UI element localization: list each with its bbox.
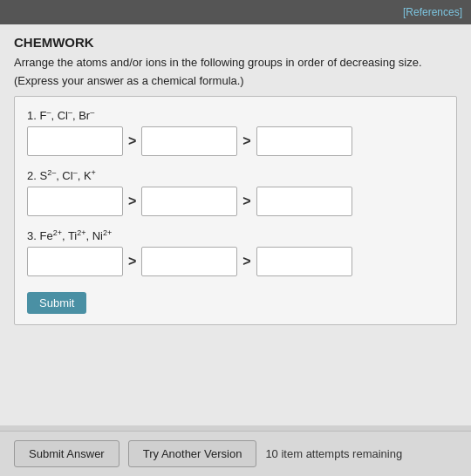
instructions: Arrange the atoms and/or ions in the fol… <box>14 55 457 71</box>
gt-symbol-1a: > <box>128 133 136 149</box>
gt-symbol-2a: > <box>128 194 136 209</box>
gt-symbol-1b: > <box>242 133 250 149</box>
question-row-3: 3. Fe2+, Ti2+, Ni2+ > > <box>27 228 444 276</box>
q2-input-1[interactable] <box>27 187 123 216</box>
q2-input-3[interactable] <box>256 187 352 216</box>
input-row-3: > > <box>27 247 444 276</box>
try-another-button[interactable]: Try Another Version <box>128 440 257 467</box>
submit-answer-button[interactable]: Submit Answer <box>14 440 119 467</box>
q3-input-1[interactable] <box>27 247 123 276</box>
q1-input-3[interactable] <box>256 126 352 156</box>
question-row-2: 2. S2–, Cl–, K+ > > <box>27 168 444 216</box>
question-label-2: 2. S2–, Cl–, K+ <box>27 168 444 182</box>
question-row-1: 1. F–, Cl–, Br– > > <box>27 107 444 155</box>
q2-input-2[interactable] <box>141 187 237 216</box>
submit-small-button[interactable]: Submit <box>27 292 86 314</box>
top-bar: [References] <box>0 0 471 24</box>
q1-input-1[interactable] <box>27 126 123 156</box>
q3-input-3[interactable] <box>256 247 352 276</box>
chemwork-title: CHEMWORK <box>14 35 457 50</box>
q3-input-2[interactable] <box>141 247 237 276</box>
express-note: (Express your answer as a chemical formu… <box>14 74 457 87</box>
gt-symbol-3a: > <box>128 254 136 269</box>
bottom-bar: Submit Answer Try Another Version 10 ite… <box>0 431 471 476</box>
gt-symbol-3b: > <box>242 254 250 269</box>
question-label-1: 1. F–, Cl–, Br– <box>27 107 444 121</box>
question-box: 1. F–, Cl–, Br– > > 2. S2–, Cl–, K+ > > <box>14 96 457 325</box>
gt-symbol-2b: > <box>242 194 250 209</box>
question-label-3: 3. Fe2+, Ti2+, Ni2+ <box>27 228 444 242</box>
references-link[interactable]: [References] <box>403 6 462 18</box>
attempts-text: 10 item attempts remaining <box>265 447 402 460</box>
input-row-2: > > <box>27 187 444 216</box>
main-content: CHEMWORK Arrange the atoms and/or ions i… <box>0 24 471 425</box>
input-row-1: > > <box>27 126 444 156</box>
q1-input-2[interactable] <box>141 126 237 156</box>
